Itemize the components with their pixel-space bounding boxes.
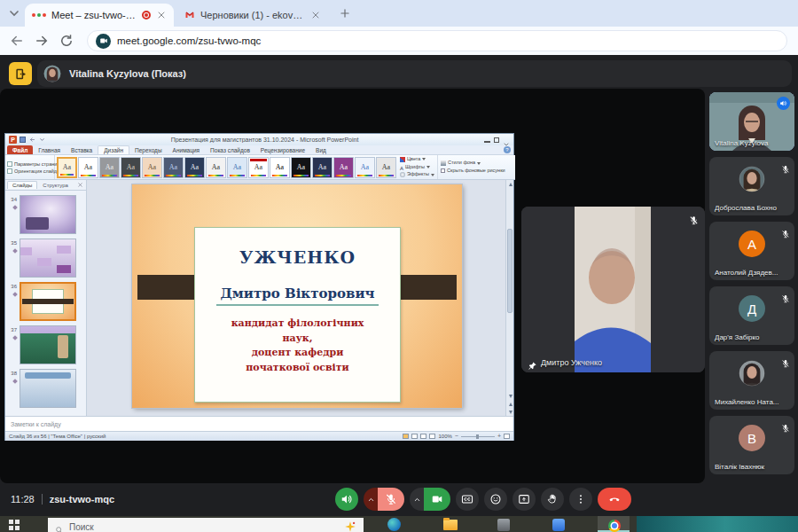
help-icon[interactable]: ? (504, 146, 511, 153)
raise-hand-button[interactable] (541, 488, 564, 511)
slide-thumbnail-34[interactable] (20, 195, 76, 234)
tab-search-chevron-icon[interactable] (7, 6, 21, 20)
hide-background-checkbox[interactable]: Скрыть фоновые рисунки (441, 168, 505, 175)
door-icon[interactable] (9, 62, 32, 85)
save-icon[interactable] (20, 137, 26, 143)
participant-tile-2[interactable]: Доброслава Бохно (709, 157, 794, 215)
theme-thumbnail-5[interactable]: Aa (142, 157, 162, 178)
ribbon-tab-Анимация[interactable]: Анимация (168, 145, 206, 154)
app-icon-gray[interactable] (497, 518, 511, 532)
theme-effects-button[interactable]: Эффекты (400, 171, 434, 178)
leave-call-button[interactable] (598, 488, 631, 511)
zoom-slider[interactable] (461, 436, 495, 437)
captions-button[interactable] (456, 488, 479, 511)
audio-share-button[interactable] (335, 488, 358, 511)
slide-thumbnail-35[interactable] (20, 239, 76, 278)
slideshow-icon[interactable] (429, 434, 435, 439)
close-icon[interactable] (503, 137, 510, 144)
chrome-icon[interactable] (606, 518, 621, 532)
scroll-up-icon[interactable] (506, 180, 514, 188)
reading-view-icon[interactable] (420, 434, 426, 439)
more-options-button[interactable] (569, 488, 592, 511)
presentation-tile[interactable]: P Презентация для магистрантов 31.10.202… (0, 89, 705, 483)
participant-tile-6[interactable]: ВВіталік Івахнюк (709, 416, 794, 474)
panel-tab-slides[interactable]: Слайды (7, 181, 37, 189)
back-icon[interactable] (9, 33, 25, 49)
participant-tile-4[interactable]: ДДар'я Забірко (709, 286, 794, 345)
panel-close-icon[interactable] (77, 182, 83, 188)
theme-thumbnail-8[interactable]: Aa (206, 157, 226, 178)
pinned-participant-tile[interactable]: Дмитро Ужченко (521, 207, 705, 372)
theme-thumbnail-15[interactable]: Aa (355, 157, 375, 178)
ribbon-tab-Дизайн[interactable]: Дизайн (98, 145, 129, 154)
maximize-icon[interactable] (494, 137, 499, 143)
theme-thumbnail-7[interactable]: Aa (184, 157, 205, 178)
theme-fonts-button[interactable]: АШрифты (400, 164, 434, 171)
theme-thumbnail-11[interactable]: Aa (270, 157, 290, 178)
ribbon-tab-Показ слайдов[interactable]: Показ слайдов (205, 145, 255, 154)
participant-tile-3[interactable]: ААнатолий Дзядев... (709, 222, 794, 280)
next-slide-icon[interactable] (506, 408, 514, 416)
start-button[interactable] (9, 520, 20, 530)
reactions-button[interactable] (484, 488, 507, 511)
file-explorer-icon[interactable] (443, 518, 458, 532)
theme-thumbnail-3[interactable]: Aa (99, 157, 120, 178)
fit-to-window-icon[interactable] (504, 434, 510, 439)
notes-pane[interactable]: Заметки к слайду (5, 416, 513, 431)
microphone-options-chevron[interactable] (364, 488, 378, 511)
slide-canvas[interactable]: УЖЧЕНКО Дмитро Вікторович кандидат філол… (132, 184, 462, 408)
theme-thumbnail-4[interactable]: Aa (121, 157, 141, 178)
new-tab-button[interactable] (339, 7, 351, 20)
theme-thumbnail-6[interactable]: Aa (163, 157, 184, 178)
theme-thumbnail-2[interactable]: Aa (78, 157, 98, 178)
theme-thumbnail-9[interactable]: Aa (227, 157, 247, 178)
slide-thumbnail-36[interactable] (20, 282, 76, 321)
previous-slide-icon[interactable] (506, 400, 514, 408)
ribbon-tab-Вид[interactable]: Вид (310, 145, 332, 154)
slide-orientation-button[interactable]: Ориентация слайдов (7, 168, 52, 174)
background-styles-button[interactable]: Стили фона (441, 160, 505, 167)
participant-tile-5[interactable]: Михайленко Ната... (709, 351, 794, 410)
present-button[interactable] (512, 488, 536, 511)
ribbon-tab-Вставка[interactable]: Вставка (66, 145, 98, 154)
camera-button[interactable] (410, 488, 450, 511)
slide-sorter-icon[interactable] (411, 434, 418, 439)
normal-view-icon[interactable] (403, 434, 409, 439)
ribbon-tab-Переходы[interactable]: Переходы (129, 145, 168, 154)
theme-thumbnail-12[interactable]: Aa (291, 157, 311, 178)
edge-icon[interactable] (387, 518, 402, 532)
theme-thumbnail-13[interactable]: Aa (312, 157, 332, 178)
theme-thumbnail-16[interactable]: Aa (376, 157, 396, 178)
app-icon-blue[interactable] (552, 518, 566, 532)
scrollbar-thumb[interactable] (507, 229, 512, 313)
tab-close-icon[interactable] (156, 10, 167, 20)
scroll-down-icon[interactable] (506, 392, 514, 400)
camera-options-chevron[interactable] (410, 488, 424, 511)
reload-icon[interactable] (59, 33, 74, 49)
ribbon-tab-Рецензирование[interactable]: Рецензирование (255, 145, 310, 154)
browser-tab-meet[interactable]: Meet – zsu-tvwo-mqc (25, 4, 174, 27)
zoom-out-icon[interactable]: − (455, 434, 458, 439)
qat-chevron-icon[interactable] (38, 137, 45, 144)
ribbon-tab-Файл[interactable]: Файл (7, 145, 33, 154)
forward-icon[interactable] (34, 33, 50, 49)
participant-tile-1[interactable]: Vitalina Kyzylova (709, 92, 794, 151)
ribbon-tab-Главная[interactable]: Главная (33, 145, 66, 154)
taskbar-search[interactable]: Поиск (48, 518, 364, 532)
tab-close-icon[interactable] (310, 10, 321, 20)
theme-thumbnail-10[interactable]: Aa (248, 157, 269, 178)
theme-thumbnail-14[interactable]: Aa (333, 157, 354, 178)
page-setup-button[interactable]: Параметры страницы (7, 161, 52, 167)
microphone-button[interactable] (364, 488, 404, 511)
zoom-in-icon[interactable]: + (497, 434, 501, 439)
vertical-scrollbar[interactable] (505, 180, 513, 416)
minimize-icon[interactable] (484, 141, 490, 143)
theme-thumbnail-1[interactable]: Aa (57, 157, 77, 178)
browser-tab-gmail[interactable]: Черновики (1) - ekovalenko20 (177, 4, 328, 27)
panel-tab-outline[interactable]: Структура (37, 181, 73, 189)
slide-thumbnail-38[interactable] (20, 369, 76, 408)
undo-icon[interactable] (28, 137, 35, 144)
theme-colors-button[interactable]: Цвета (400, 156, 434, 163)
slide-thumbnail-37[interactable] (20, 325, 76, 364)
address-bar[interactable]: meet.google.com/zsu-tvwo-mqc (87, 30, 787, 51)
